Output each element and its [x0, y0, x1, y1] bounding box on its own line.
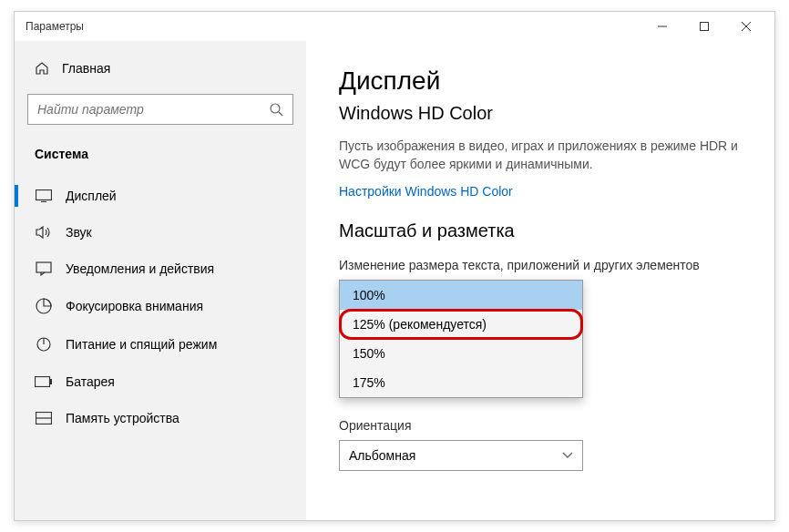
page-title: Дисплей: [339, 66, 742, 96]
chevron-down-icon: [562, 452, 573, 459]
search-icon: [269, 102, 283, 117]
hdr-subtitle: Windows HD Color: [339, 103, 742, 124]
sidebar-item-storage[interactable]: Память устройства: [15, 400, 306, 436]
sound-icon: [35, 225, 53, 240]
titlebar: Параметры: [15, 12, 774, 41]
svg-rect-6: [36, 190, 52, 200]
display-icon: [35, 189, 53, 202]
power-icon: [35, 336, 53, 353]
svg-point-4: [271, 104, 280, 113]
sidebar-section-label: Система: [15, 136, 306, 170]
sidebar-item-power[interactable]: Питание и спящий режим: [15, 325, 306, 363]
svg-line-5: [279, 112, 282, 116]
battery-icon: [35, 376, 53, 387]
scale-field-label: Изменение размера текста, приложений и д…: [339, 258, 742, 272]
sidebar-item-sound[interactable]: Звук: [15, 214, 306, 251]
search-box[interactable]: [27, 94, 293, 125]
orientation-label: Ориентация: [339, 418, 742, 433]
svg-rect-12: [36, 377, 50, 387]
sidebar: Главная Система Дисплей: [15, 41, 306, 520]
svg-rect-1: [701, 23, 709, 31]
sidebar-item-label: Дисплей: [66, 189, 117, 203]
sidebar-item-label: Фокусировка внимания: [66, 299, 203, 313]
content-area: Главная Система Дисплей: [15, 41, 774, 520]
orientation-field: Ориентация Альбомная: [339, 418, 742, 471]
orientation-value: Альбомная: [349, 448, 415, 463]
focus-icon: [35, 298, 53, 314]
scale-option-175[interactable]: 175%: [340, 368, 582, 397]
window-title: Параметры: [22, 20, 641, 33]
scale-option-100[interactable]: 100%: [340, 281, 582, 310]
sidebar-nav: Дисплей Звук Уведомления и действия: [15, 178, 306, 436]
main-panel: Дисплей Windows HD Color Пусть изображен…: [306, 41, 774, 520]
scale-heading: Масштаб и разметка: [339, 220, 742, 241]
sidebar-item-label: Питание и спящий режим: [66, 337, 217, 352]
sidebar-item-label: Память устройства: [66, 411, 179, 425]
search-input[interactable]: [37, 102, 269, 117]
home-label: Главная: [62, 61, 110, 76]
svg-rect-8: [36, 262, 51, 272]
scale-option-125[interactable]: 125% (рекомендуется): [340, 310, 582, 339]
maximize-button[interactable]: [683, 12, 725, 41]
sidebar-item-label: Уведомления и действия: [66, 261, 214, 276]
hdr-settings-link[interactable]: Настройки Windows HD Color: [339, 184, 513, 199]
storage-icon: [35, 412, 53, 425]
sidebar-item-focus[interactable]: Фокусировка внимания: [15, 287, 306, 325]
hdr-description: Пусть изображения в видео, играх и прило…: [339, 137, 740, 174]
orientation-select[interactable]: Альбомная: [339, 440, 583, 471]
scale-dropdown[interactable]: 100% 125% (рекомендуется) 150% 175%: [339, 280, 583, 398]
close-button[interactable]: [725, 12, 767, 41]
home-icon: [35, 61, 49, 76]
notifications-icon: [35, 261, 53, 276]
svg-rect-13: [50, 379, 52, 384]
sidebar-item-display[interactable]: Дисплей: [15, 178, 306, 214]
sidebar-item-battery[interactable]: Батарея: [15, 363, 306, 400]
sidebar-item-label: Батарея: [66, 374, 115, 389]
minimize-button[interactable]: [641, 12, 683, 41]
window-controls: [641, 12, 767, 41]
sidebar-item-label: Звук: [66, 225, 92, 240]
settings-window: Параметры Главная: [14, 11, 775, 521]
home-link[interactable]: Главная: [15, 52, 306, 85]
sidebar-item-notifications[interactable]: Уведомления и действия: [15, 251, 306, 287]
scale-option-150[interactable]: 150%: [340, 339, 582, 368]
